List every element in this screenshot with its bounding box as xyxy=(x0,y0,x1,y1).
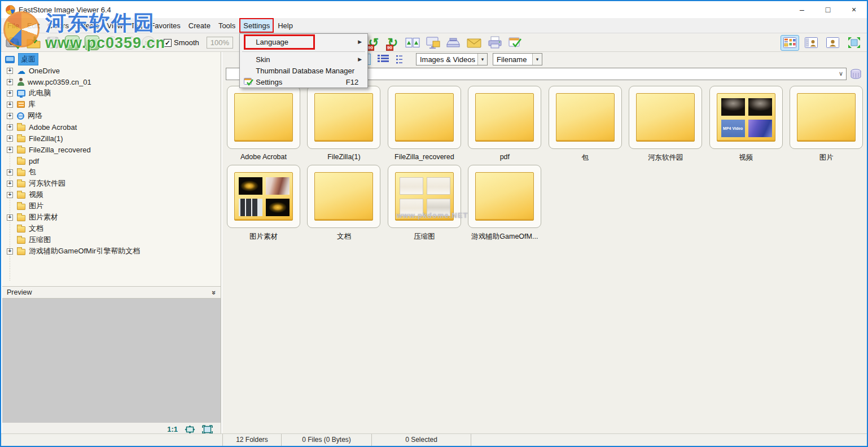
mp4-video-thumbnail: MP4 Video xyxy=(721,120,745,137)
folder-tile[interactable]: 包 xyxy=(546,86,624,163)
set-wallpaper-button[interactable] xyxy=(426,36,441,50)
preview-collapse-button[interactable]: » xyxy=(210,290,218,294)
sort-order-dropdown-arrow[interactable]: ▾ xyxy=(532,54,542,65)
folder-tile[interactable]: Adobe Acrobat xyxy=(225,86,303,161)
portrait-thumbnail xyxy=(266,177,290,195)
folder-tile-label: 图片 xyxy=(787,153,865,163)
menu-colors[interactable]: Colors xyxy=(43,18,73,33)
expand-icon[interactable]: + xyxy=(7,192,13,198)
print-button[interactable] xyxy=(488,36,503,49)
menu-settings[interactable]: Settings Language ▶ Skin ▶ Thumbnail Dat… xyxy=(239,18,274,33)
list-view-button[interactable] xyxy=(396,54,408,64)
acquire-camera-button[interactable] xyxy=(6,36,21,50)
email-button[interactable] xyxy=(467,37,482,49)
expand-icon[interactable]: + xyxy=(7,113,13,119)
tree-item-onedrive[interactable]: + ☁ OneDrive xyxy=(2,65,221,76)
tree-item-folder[interactable]: + 河东软件园 xyxy=(2,178,221,189)
tree-item-network[interactable]: + 网络 xyxy=(2,110,221,121)
folder-tile[interactable]: 图片 xyxy=(787,86,865,163)
thumbnail-database-icon[interactable] xyxy=(849,68,862,80)
folder-tile[interactable]: MP4 Video 视频 xyxy=(707,86,785,163)
address-dropdown-chevron[interactable]: ∨ xyxy=(839,70,843,77)
expand-icon[interactable]: + xyxy=(7,214,13,221)
folder-tile[interactable]: FileZilla_recovered xyxy=(385,86,463,161)
expand-icon[interactable]: + xyxy=(7,124,13,130)
previous-image-button[interactable]: ← xyxy=(65,36,80,50)
view-browser-button[interactable] xyxy=(781,35,799,51)
preview-fit-window-button[interactable] xyxy=(185,425,195,434)
menu-help[interactable]: Help xyxy=(274,18,297,33)
settings-icon xyxy=(244,78,253,86)
menu-favorites[interactable]: Favorites xyxy=(146,18,184,33)
tree-item-folder[interactable]: + 视频 xyxy=(2,189,221,200)
view-windowed-button[interactable] xyxy=(802,35,821,51)
tree-item-folder[interactable]: 图片 xyxy=(2,200,221,212)
tree-item-libraries[interactable]: + 库 xyxy=(2,99,221,110)
folder-tile[interactable]: 图片素材 xyxy=(225,165,303,242)
open-folder-button[interactable] xyxy=(27,36,41,50)
sort-order-value: Filename xyxy=(493,55,532,64)
screenshot-thumbnail xyxy=(400,177,423,195)
folder-tile[interactable]: 游戏辅助GameOfM... xyxy=(466,165,543,242)
tree-item-folder[interactable]: 压缩图 xyxy=(2,234,221,246)
tree-item-folder[interactable]: + Adobe Acrobat xyxy=(2,121,221,133)
tree-item-folder[interactable]: + FileZilla(1) xyxy=(2,133,221,144)
tree-item-folder[interactable]: + 图片素材 xyxy=(2,212,221,223)
expand-icon[interactable]: + xyxy=(7,79,13,85)
smooth-checkbox[interactable]: ✓ xyxy=(164,39,172,47)
expand-icon[interactable]: + xyxy=(7,135,13,142)
expand-icon[interactable]: + xyxy=(7,102,13,108)
rotate-right-button[interactable]: ↻ 90 xyxy=(386,37,400,49)
menu-item-settings[interactable]: Settings F12 xyxy=(241,75,366,89)
next-image-button[interactable]: → xyxy=(85,36,99,50)
menu-edit[interactable]: Edit xyxy=(23,18,43,33)
tree-item-folder[interactable]: pdf xyxy=(2,155,221,166)
menu-create[interactable]: Create xyxy=(185,18,214,33)
preview-actual-size-button[interactable]: 1:1 xyxy=(167,425,178,433)
tree-item-desktop[interactable]: 桌面 xyxy=(2,54,221,65)
details-view-button[interactable] xyxy=(377,54,389,64)
compare-images-button[interactable] xyxy=(405,36,420,49)
folder-tile[interactable]: FileZilla(1) xyxy=(305,86,383,161)
folder-tile[interactable]: pdf xyxy=(466,86,543,161)
expand-icon[interactable]: + xyxy=(7,181,13,187)
folder-tile[interactable]: 河东软件园 xyxy=(626,86,704,163)
menu-tag[interactable]: Tag xyxy=(126,18,146,33)
browser-view-icon xyxy=(783,37,796,48)
rotate-left-button[interactable]: ↺ 90 xyxy=(367,37,380,49)
menu-bar: File Edit Colors Effects View Tag Favori… xyxy=(1,18,867,33)
menu-view[interactable]: View xyxy=(103,18,126,33)
minimize-button[interactable]: – xyxy=(789,1,815,18)
close-button[interactable]: × xyxy=(841,1,867,18)
maximize-button[interactable]: □ xyxy=(815,1,841,18)
tree-item-folder[interactable]: + FileZilla_recovered xyxy=(2,144,221,155)
view-fullimage-button[interactable] xyxy=(823,35,842,51)
tree-item-folder[interactable]: 文档 xyxy=(2,223,221,234)
tree-item-folder[interactable]: + 包 xyxy=(2,166,221,178)
scanner-button[interactable] xyxy=(446,36,461,49)
window-title: FastStone Image Viewer 6.4 xyxy=(19,6,111,14)
tree-item-folder[interactable]: + 游戏辅助GameOfMir引擎帮助文档 xyxy=(2,246,221,257)
menu-file[interactable]: File xyxy=(3,18,23,33)
folder-tile-label: 包 xyxy=(546,153,624,163)
folder-icon xyxy=(17,204,25,210)
file-type-dropdown-arrow[interactable]: ▾ xyxy=(477,54,487,65)
expand-icon[interactable]: + xyxy=(7,147,13,153)
expand-icon[interactable]: + xyxy=(7,169,13,176)
expand-icon[interactable]: + xyxy=(7,90,13,97)
folder-graphic xyxy=(475,93,534,142)
folder-tile[interactable]: www.pkdome.NET 压缩图 xyxy=(385,165,463,242)
menu-tools[interactable]: Tools xyxy=(214,18,239,33)
folder-tile[interactable]: 文档 xyxy=(305,165,383,242)
sort-order-select[interactable]: Filename ▾ xyxy=(493,53,542,65)
tree-item-this-pc[interactable]: + 此电脑 xyxy=(2,87,221,99)
folder-tile-label: 游戏辅助GameOfM... xyxy=(466,232,543,242)
file-type-filter-select[interactable]: Images & Videos ▾ xyxy=(416,53,488,65)
menu-effects[interactable]: Effects xyxy=(73,18,103,33)
preview-fullscreen-button[interactable] xyxy=(202,425,213,434)
fullscreen-button[interactable] xyxy=(845,35,863,51)
expand-icon[interactable]: + xyxy=(7,68,13,74)
tree-item-user[interactable]: + www.pc0359.cn_01 xyxy=(2,76,221,87)
settings-window-button[interactable] xyxy=(508,37,522,49)
expand-icon[interactable]: + xyxy=(7,248,13,255)
